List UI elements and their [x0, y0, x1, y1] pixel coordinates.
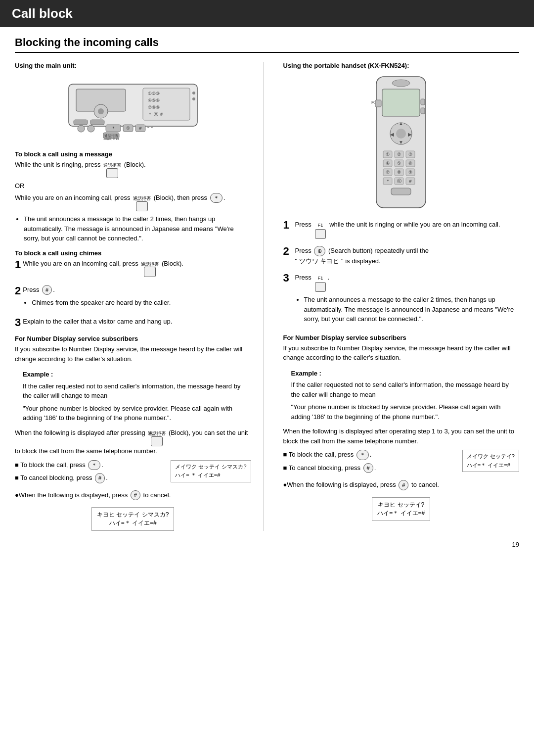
- example-text1-right: If the caller requested not to send call…: [291, 380, 520, 399]
- svg-rect-31: [421, 108, 425, 114]
- hash-btn-2: #: [95, 473, 105, 483]
- svg-text:◀: ◀: [390, 132, 394, 137]
- svg-text:⓪: ⓪: [397, 179, 401, 184]
- right-step3: 3 Press F1 . The unit announces a messag…: [283, 273, 520, 328]
- bullet-item: The unit announces a message to the call…: [24, 214, 251, 243]
- chimes-bullet: Chimes from the speaker are heard by the…: [32, 298, 251, 308]
- when-displayed-text: When the following is displayed after pr…: [15, 428, 251, 456]
- svg-text:▼: ▼: [399, 140, 403, 145]
- svg-text:＊: ＊: [111, 126, 115, 131]
- svg-text:⑤: ⑤: [397, 161, 401, 166]
- block-btn-2: [136, 201, 148, 212]
- svg-text:①: ①: [126, 126, 130, 131]
- block-message-step2: While you are on an incoming call, press…: [15, 193, 251, 211]
- right-bullet: The unit announces a message to the call…: [304, 295, 520, 324]
- svg-text:▲: ▲: [399, 121, 403, 126]
- note-box-left-1: メイワク セッテイ シマスカ? ハイ= ＊ イイエ=#: [171, 460, 251, 482]
- svg-point-8: [192, 97, 195, 100]
- svg-text:＊: ＊: [386, 179, 390, 184]
- svg-rect-29: [375, 100, 381, 107]
- page-title: Call block: [12, 6, 73, 21]
- section-title: Blocking the incoming calls: [15, 36, 519, 53]
- chimes-step2: 2 Press #. Chimes from the speaker are h…: [15, 285, 251, 312]
- svg-text:⑧: ⑧: [397, 170, 401, 175]
- svg-text:⑦⑧⑨: ⑦⑧⑨: [148, 105, 160, 110]
- star-btn: ＊: [210, 193, 222, 203]
- hash-btn-1: #: [42, 285, 52, 295]
- svg-text:②: ②: [397, 152, 401, 157]
- number-display-text-left: If you subscribe to Number Display servi…: [15, 344, 251, 364]
- svg-text:③: ③: [408, 152, 412, 157]
- svg-point-63: [392, 80, 410, 87]
- search-btn: ⊕: [314, 246, 325, 256]
- example-text1-left: If the caller requested not to send call…: [23, 381, 251, 401]
- when-following-right: ●When the following is displayed, press …: [283, 480, 520, 490]
- number-display-title-right: For Number Display service subscribers: [283, 334, 520, 341]
- example-text2-left: "Your phone number is blocked by service…: [23, 404, 251, 423]
- svg-point-14: [88, 125, 94, 132]
- svg-point-22: [151, 126, 153, 128]
- svg-text:⑦: ⑦: [386, 170, 390, 175]
- portable-label: Using the portable handset (KX-FKN524):: [283, 62, 520, 69]
- svg-text:通話拒否: 通話拒否: [104, 134, 118, 138]
- svg-text:⑥: ⑥: [408, 161, 412, 166]
- note-box-left-2: キヨヒ セッテイ シマスカ? ハイ=＊ イイエ=#: [91, 507, 174, 531]
- svg-text:＊  ⓪  ＃: ＊ ⓪ ＃: [148, 112, 164, 117]
- hash-btn-3: #: [131, 490, 140, 501]
- main-unit-label: Using the main unit:: [15, 62, 251, 69]
- star-btn-right: ＊: [356, 450, 369, 460]
- svg-text:④: ④: [386, 161, 390, 166]
- chimes-step3-text: Explain to the caller that a visitor cam…: [23, 317, 251, 327]
- example-text2-right: "Your phone number is blocked by service…: [291, 402, 520, 422]
- note-box-right-1: メイワク セッテイ? ハイ=＊ イイエ=#: [462, 450, 519, 472]
- number-display-text-right: If you subscribe to Number Display servi…: [283, 343, 520, 363]
- svg-text:①: ①: [386, 152, 390, 157]
- chimes-step1: 1 While you are on an incoming call, pre…: [15, 259, 251, 280]
- svg-text:#: #: [409, 179, 412, 184]
- example-label-left: Example :: [23, 370, 251, 379]
- f1-btn-1: [315, 229, 325, 239]
- block-chimes-title: To block a call using chimes: [15, 249, 251, 257]
- svg-text:④⑤⑥: ④⑤⑥: [148, 98, 160, 103]
- number-display-title-left: For Number Display service subscribers: [15, 335, 251, 342]
- page-number: 19: [15, 541, 519, 548]
- hash-btn-right-2: #: [399, 480, 408, 490]
- block-btn-4: [151, 436, 163, 447]
- svg-text:⑨: ⑨: [408, 170, 412, 175]
- when-step1-3: When the following is displayed after op…: [283, 426, 520, 446]
- svg-rect-62: [391, 188, 411, 195]
- svg-point-7: [192, 92, 195, 94]
- block-btn-3: [144, 267, 156, 277]
- example-label-right: Example :: [291, 369, 520, 378]
- main-unit-image: ①②③ ④⑤⑥ ⑦⑧⑨ ＊ ⓪ ＃: [15, 74, 251, 143]
- header-bar: Call block: [0, 0, 534, 27]
- svg-text:#: #: [139, 126, 141, 131]
- note-box-right-2: キヨヒ セッテイ? ハイ=＊ イイエ=#: [372, 497, 430, 521]
- svg-point-13: [78, 125, 85, 132]
- chimes-step3: 3 Explain to the caller that a visitor c…: [15, 317, 251, 330]
- portable-handset-image: F1 ▲ ▼ ◀ ▶ ①: [283, 74, 520, 213]
- star-btn-2: ＊: [88, 460, 100, 471]
- svg-point-33: [396, 129, 406, 139]
- block-message-title: To block a call using a message: [15, 150, 251, 158]
- svg-text:▶: ▶: [408, 132, 412, 137]
- svg-text:①②③: ①②③: [148, 91, 160, 96]
- svg-rect-30: [421, 99, 425, 105]
- svg-point-10: [98, 108, 104, 114]
- block-message-bullets: The unit announces a message to the call…: [24, 214, 251, 243]
- block-btn-1: [106, 168, 118, 179]
- svg-point-21: [147, 126, 149, 128]
- svg-rect-27: [382, 89, 420, 116]
- right-step1: 1 Press F1 while the unit is ringing or …: [283, 220, 520, 242]
- f1-btn-2: [315, 282, 325, 292]
- or-text: OR: [15, 181, 251, 191]
- svg-rect-11: [74, 120, 88, 125]
- right-step2: 2 Press ⊕ (Search button) repeatedly unt…: [283, 246, 520, 269]
- hash-btn-right: #: [363, 463, 373, 473]
- svg-rect-12: [90, 120, 104, 125]
- when-following-left: ●When the following is displayed, press …: [15, 490, 251, 501]
- block-message-step1: While the unit is ringing, press 通話拒否 (B…: [15, 160, 251, 178]
